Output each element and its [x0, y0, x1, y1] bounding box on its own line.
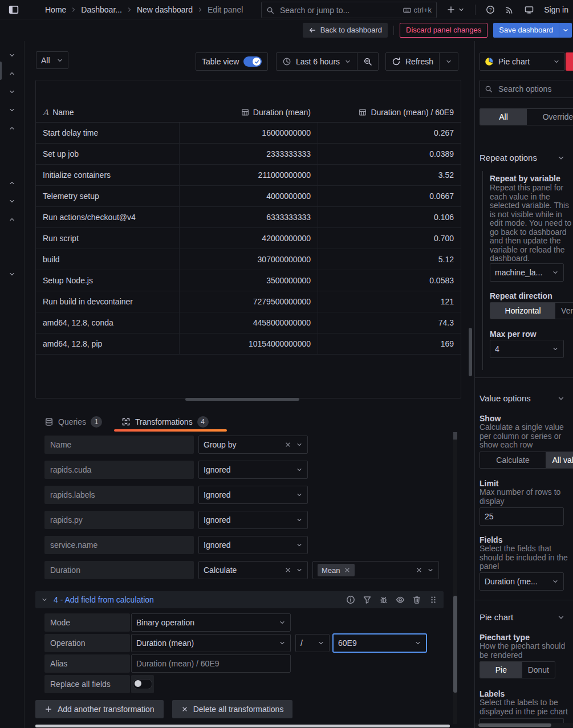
sidebar-toggle-icon	[9, 5, 19, 15]
alias-input[interactable]	[131, 654, 291, 673]
mode-select[interactable]: Binary operation	[131, 613, 291, 632]
global-search[interactable]: ctrl+k	[261, 2, 437, 18]
type-donut[interactable]: Donut	[522, 662, 555, 678]
collapse-chevron-icon[interactable]	[41, 596, 48, 603]
eye-icon[interactable]	[396, 595, 405, 604]
field-action-select[interactable]: Calculate	[198, 561, 308, 579]
visualization-suggestion-clipped[interactable]	[566, 52, 573, 71]
calc-functions-select[interactable]: Mean	[312, 561, 439, 579]
repeat-options-header[interactable]: Repeat options	[479, 153, 565, 162]
nav-section-chevron-down-icon[interactable]	[9, 52, 15, 59]
zoom-out-icon	[363, 57, 372, 66]
drag-handle-icon[interactable]	[429, 595, 438, 604]
field-action-select[interactable]: Ignored	[198, 536, 308, 554]
table-view-toggle[interactable]: Table view	[196, 53, 267, 70]
repeat-variable-select[interactable]: machine_la...	[490, 263, 564, 282]
time-range-picker[interactable]: Last 6 hours	[277, 53, 357, 70]
nav-section-chevron-up-icon[interactable]	[9, 216, 15, 223]
discard-panel-changes-button[interactable]: Discard panel changes	[400, 23, 487, 38]
time-range-zoom-out-button[interactable]	[357, 53, 378, 70]
save-dashboard-menu-button[interactable]	[559, 23, 572, 38]
sidebar-toggle-button[interactable]	[7, 3, 20, 16]
value-options-header[interactable]: Value options	[479, 393, 565, 403]
bug-icon[interactable]	[379, 595, 388, 604]
breadcrumb-dashboards[interactable]: Dashboar...	[81, 5, 122, 14]
section-title: Repeat options	[479, 153, 537, 162]
display-button[interactable]	[525, 5, 534, 14]
nav-section-chevron-up-icon[interactable]	[9, 180, 15, 186]
nav-section-chevron-down-icon[interactable]	[9, 88, 15, 95]
chevron-down-icon	[279, 640, 286, 646]
clear-icon[interactable]	[285, 567, 291, 574]
transformation-title[interactable]: 4 - Add field from calculation	[54, 595, 154, 604]
delete-all-transformations-button[interactable]: Delete all transformations	[172, 700, 293, 718]
clear-icon[interactable]	[416, 567, 422, 574]
editor-tabs: Queries 1 Transformations 4	[44, 412, 209, 432]
field-action-select[interactable]: Ignored	[198, 486, 308, 504]
field-action-select[interactable]: Ignored	[198, 461, 308, 479]
global-search-input[interactable]	[279, 5, 399, 15]
nav-section-chevron-down-icon[interactable]	[9, 107, 15, 113]
new-button[interactable]	[446, 5, 465, 14]
help-button[interactable]: ?	[486, 5, 495, 14]
field-action-select[interactable]: Group by	[198, 436, 308, 454]
direction-horizontal[interactable]: Horizontal	[490, 303, 555, 319]
direction-vertical[interactable]: Vertical	[555, 303, 573, 319]
filter-tab-all[interactable]: All	[480, 109, 527, 125]
scope-select[interactable]: All	[36, 51, 68, 69]
refresh-interval-button[interactable]	[440, 53, 458, 70]
filter-tab-overrides[interactable]: Overrides	[527, 109, 573, 125]
type-pie[interactable]: Pie	[480, 662, 522, 678]
chevron-down-icon	[557, 613, 565, 621]
table-row: amd64, 12.8, conda445800000000074.3	[36, 312, 461, 334]
breadcrumb-dashboard[interactable]: New dashboard	[137, 5, 193, 14]
left-operand-select[interactable]: Duration (mean)	[131, 634, 291, 652]
operator-select[interactable]: /	[295, 634, 330, 652]
replace-all-fields-toggle[interactable]	[131, 675, 154, 693]
refresh-button[interactable]: Refresh	[386, 53, 439, 70]
news-button[interactable]	[505, 5, 514, 14]
transformation-actions	[346, 595, 438, 604]
options-horizontal-scrollbar-thumb[interactable]	[478, 723, 551, 727]
sign-in-button[interactable]: Sign in	[544, 5, 568, 14]
transform-icon	[121, 417, 131, 426]
table-horizontal-scrollbar[interactable]	[185, 398, 299, 401]
add-transformation-button[interactable]: Add another transformation	[35, 700, 164, 718]
fields-select[interactable]: Duration (me...	[479, 572, 564, 591]
max-per-row-select[interactable]: 4	[490, 340, 564, 358]
show-all-values[interactable]: All values	[546, 452, 573, 468]
show-calculate[interactable]: Calculate	[480, 452, 546, 468]
chevron-down-icon	[296, 567, 303, 574]
limit-input[interactable]	[479, 507, 564, 526]
nav-section-chevron-down-icon[interactable]	[9, 198, 15, 205]
table-view-switch[interactable]	[243, 56, 262, 67]
filter-icon[interactable]	[363, 595, 372, 604]
back-to-dashboard-button[interactable]: Back to dashboard	[303, 23, 388, 38]
tab-queries[interactable]: Queries 1	[44, 416, 102, 428]
clear-icon[interactable]	[285, 441, 291, 448]
cell-value: 0.700	[318, 228, 461, 249]
column-header-duration-mean[interactable]: Duration (mean)	[179, 102, 318, 122]
main-vertical-scrollbar[interactable]	[469, 328, 472, 376]
options-search[interactable]	[479, 80, 573, 98]
right-operand-select[interactable]: 60E9	[333, 634, 426, 652]
nav-section-chevron-up-icon[interactable]	[9, 70, 15, 77]
info-icon[interactable]	[346, 595, 355, 604]
column-header-name[interactable]: A Name	[36, 102, 179, 122]
database-icon	[44, 417, 54, 426]
chevron-down-icon	[552, 269, 559, 276]
nav-section-chevron-up-icon[interactable]	[9, 125, 15, 132]
visualization-picker[interactable]: Pie chart	[479, 52, 565, 71]
bottom-horizontal-scrollbar[interactable]	[35, 725, 450, 727]
trash-icon[interactable]	[412, 595, 421, 604]
tab-transformations[interactable]: Transformations 4	[121, 416, 209, 428]
field-action-select[interactable]: Ignored	[198, 511, 308, 529]
pie-chart-section-header[interactable]: Pie chart	[479, 612, 565, 622]
column-header-duration-ratio[interactable]: Duration (mean) / 60E9	[318, 102, 461, 122]
options-search-input[interactable]	[497, 84, 572, 94]
save-dashboard-button[interactable]: Save dashboard	[493, 23, 559, 38]
breadcrumb-home[interactable]: Home	[45, 5, 66, 14]
nav-section-chevron-down-icon[interactable]	[9, 271, 15, 278]
remove-option-icon[interactable]	[344, 567, 351, 574]
transformations-scrollbar-thumb[interactable]	[453, 596, 457, 693]
